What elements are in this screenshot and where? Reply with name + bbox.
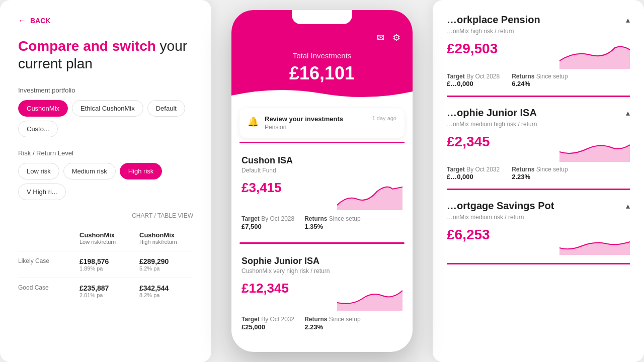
investment-amount-2: £12,345 <box>242 281 331 296</box>
investment-name-2: Sophie Junior ISA <box>242 256 403 266</box>
right-account-row-1: £29,503 <box>447 41 630 69</box>
chevron-up-icon-3[interactable]: ▴ <box>626 201 630 211</box>
tab-cushonmix[interactable]: CushonMix <box>18 100 68 117</box>
chart-table-toggle[interactable]: CHART / TABLE VIEW <box>18 212 193 219</box>
portfolio-tab-group: CushonMix Ethical CushonMix Default Cust… <box>18 100 193 137</box>
likely-case-label: Likely Case <box>18 253 73 276</box>
settings-icon[interactable]: ⚙ <box>392 32 400 43</box>
notification-time: 1 day ago <box>372 115 396 121</box>
right-account-name-2: …ophie Junior ISA <box>447 107 537 119</box>
right-amount-2: £2,345 <box>447 134 551 150</box>
notification-title: Review your investments <box>265 115 366 123</box>
right-account-1: …orkplace Pension ▴ …onMix high risk / r… <box>447 14 630 97</box>
right-account-sub-2: …onMix medium high risk / return <box>447 121 630 128</box>
right-account-sub-3: …onMix medium risk / return <box>447 214 630 221</box>
tab-default[interactable]: Default <box>147 100 185 117</box>
phone-device: ✉ ⚙ Total Investments £16,101 🔔 Review y… <box>231 10 413 352</box>
right-stats-2: Target By Oct 2032 £…0,000 Returns Since… <box>447 166 630 180</box>
header-icons: ✉ ⚙ <box>244 32 400 43</box>
right-account-name-1: …orkplace Pension <box>447 14 540 26</box>
investment-stats-1: Target By Oct 2028 £7,500 Returns Since … <box>242 215 403 230</box>
investment-card-2: Sophie Junior ISA CushonMix very high ri… <box>231 248 413 339</box>
investment-chart-1 <box>337 180 403 210</box>
portfolio-label: Investment portfolio <box>18 86 193 94</box>
risk-label: Risk / Return Level <box>18 149 193 157</box>
right-amount-1: £29,503 <box>447 41 551 57</box>
right-content: …orkplace Pension ▴ …onMix high risk / r… <box>433 0 644 264</box>
col1-header: CushonMix Low risk/return <box>73 227 133 249</box>
phone-body: 🔔 Review your investments Pension 1 day … <box>231 100 413 341</box>
right-target-2: Target By Oct 2032 £…0,000 <box>447 166 500 180</box>
risk-medium[interactable]: Medium risk <box>63 163 116 179</box>
right-account-2: …ophie Junior ISA ▴ …onMix medium high r… <box>447 107 630 190</box>
investment-card-1: Cushon ISA Default Fund £3,415 Target By… <box>231 147 413 238</box>
divider-1 <box>239 142 405 143</box>
right-chart-1 <box>559 41 630 69</box>
investment-chart-2 <box>337 281 403 311</box>
right-amount-3: £6,253 <box>447 227 551 243</box>
right-account-name-3: …ortgage Savings Pot <box>447 200 554 212</box>
back-arrow-icon: ← <box>18 16 26 25</box>
notification-sub: Pension <box>265 124 366 131</box>
total-investments-label: Total Investments <box>244 51 400 60</box>
good-col1-val: £235,887 2.01% pa <box>73 280 133 302</box>
right-returns-2: Returns Since setup 2.23% <box>512 166 568 180</box>
back-label: BACK <box>30 17 50 25</box>
right-chart-2 <box>559 134 630 162</box>
chevron-up-icon-2[interactable]: ▴ <box>626 108 630 118</box>
divider-2 <box>239 242 405 244</box>
investment-stats-2: Target By Oct 2032 £25,000 Returns Since… <box>242 316 403 331</box>
risk-high[interactable]: High risk <box>120 163 163 179</box>
investment-sub-1: Default Fund <box>242 167 403 174</box>
right-account-header-1: …orkplace Pension ▴ <box>447 14 630 26</box>
right-chart-3 <box>559 227 630 255</box>
notification-icon: 🔔 <box>248 116 259 127</box>
right-stats-1: Target By Oct 2028 £…0,000 Returns Since… <box>447 73 630 87</box>
risk-tab-group: Low risk Medium risk High risk V High ri… <box>18 163 193 200</box>
right-target-1: Target By Oct 2028 £…0,000 <box>447 73 500 87</box>
good-col2-val: £342,544 8.2% pa <box>133 280 193 302</box>
phone-notch <box>292 10 352 24</box>
investment-name-1: Cushon ISA <box>242 155 403 166</box>
right-account-row-2: £2,345 <box>447 134 630 162</box>
left-panel: ← BACK Compare and switch your current p… <box>0 0 211 362</box>
returns-group-2: Returns Since setup 2.23% <box>304 316 360 331</box>
tab-ethical-cushonmix[interactable]: Ethical CushonMix <box>72 100 143 117</box>
col2-header: CushonMix High risk/return <box>133 227 193 249</box>
back-button[interactable]: ← BACK <box>18 16 193 25</box>
phone-screen: ✉ ⚙ Total Investments £16,101 🔔 Review y… <box>231 10 413 352</box>
right-account-sub-1: …onMix high risk / return <box>447 28 630 35</box>
likely-col1-val: £198,576 1.89% pa <box>73 253 133 276</box>
risk-vhigh[interactable]: V High ri... <box>18 184 66 200</box>
notification-card[interactable]: 🔔 Review your investments Pension 1 day … <box>239 108 405 138</box>
investment-row-2: £12,345 <box>242 281 403 311</box>
tab-custom[interactable]: Custo... <box>18 121 58 137</box>
page-title: Compare and switch your current plan <box>18 37 193 72</box>
right-account-header-2: …ophie Junior ISA ▴ <box>447 107 630 119</box>
investment-sub-2: CushonMix very high risk / return <box>242 267 403 275</box>
right-panel: …orkplace Pension ▴ …onMix high risk / r… <box>433 0 644 362</box>
chevron-up-icon-1[interactable]: ▴ <box>626 15 630 25</box>
good-case-label: Good Case <box>18 280 73 302</box>
right-account-row-3: £6,253 <box>447 227 630 255</box>
target-group-2: Target By Oct 2032 £25,000 <box>242 316 294 331</box>
investment-row-1: £3,415 <box>242 180 403 210</box>
target-group-1: Target By Oct 2028 £7,500 <box>242 215 294 230</box>
notification-content: Review your investments Pension <box>265 115 366 131</box>
returns-group-1: Returns Since setup 1.35% <box>304 215 360 230</box>
total-investments-amount: £16,101 <box>244 63 400 84</box>
right-account-header-3: …ortgage Savings Pot ▴ <box>447 200 630 212</box>
risk-low[interactable]: Low risk <box>18 163 59 179</box>
right-account-3: …ortgage Savings Pot ▴ …onMix medium ris… <box>447 200 630 264</box>
mail-icon[interactable]: ✉ <box>377 32 384 43</box>
investment-amount-1: £3,415 <box>242 180 331 196</box>
comparison-table: CushonMix Low risk/return CushonMix High… <box>18 227 193 302</box>
likely-col2-val: £289,290 5.2% pa <box>133 253 193 276</box>
right-returns-1: Returns Since setup 6.24% <box>512 73 568 87</box>
